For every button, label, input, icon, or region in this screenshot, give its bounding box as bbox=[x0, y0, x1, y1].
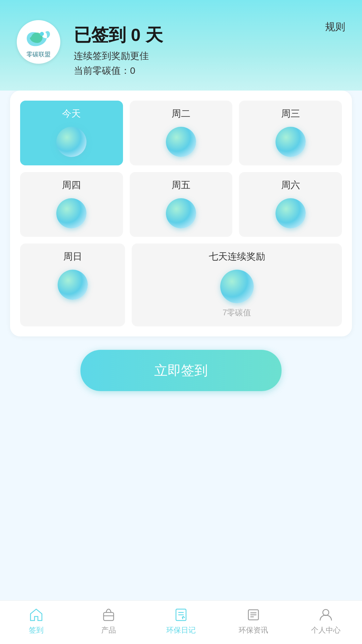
nav-label-profile: 个人中心 bbox=[311, 625, 341, 635]
nav-label-diary: 环保日记 bbox=[166, 625, 196, 635]
header: 零碳联盟 已签到 0 天 连续签到奖励更佳 当前零碳值：0 规则 bbox=[0, 0, 362, 91]
logo: 零碳联盟 bbox=[17, 20, 60, 64]
nav-label-checkin: 签到 bbox=[29, 625, 44, 635]
main-content: 今天 周二 周三 周四 周五 周六 bbox=[0, 91, 362, 600]
svg-point-11 bbox=[323, 609, 329, 615]
day-cell-fri[interactable]: 周五 bbox=[130, 172, 233, 237]
reward-value: 7零碳值 bbox=[223, 307, 251, 318]
header-title: 已签到 0 天 bbox=[74, 23, 163, 47]
day-label-sun: 周日 bbox=[63, 250, 82, 263]
day-label-tue: 周二 bbox=[172, 107, 190, 120]
orb-fri bbox=[166, 198, 196, 228]
svg-point-0 bbox=[40, 32, 44, 36]
orb-wed bbox=[276, 127, 306, 157]
orb-reward bbox=[220, 270, 254, 303]
nav-item-diary[interactable]: 环保日记 bbox=[145, 606, 217, 635]
nav-label-product: 产品 bbox=[101, 625, 116, 635]
day-label-thu: 周四 bbox=[62, 179, 81, 192]
rules-button[interactable]: 规则 bbox=[325, 20, 345, 34]
day-cell-reward[interactable]: 七天连续奖励 7零碳值 bbox=[132, 244, 342, 326]
svg-rect-1 bbox=[104, 612, 114, 621]
bottom-nav: 签到 产品 环保日记 bbox=[0, 600, 362, 644]
day-cell-sun[interactable]: 周日 bbox=[20, 244, 125, 326]
profile-icon bbox=[317, 606, 334, 623]
nav-item-profile[interactable]: 个人中心 bbox=[290, 606, 362, 635]
checkin-button[interactable]: 立即签到 bbox=[80, 350, 282, 391]
days-row-2: 周四 周五 周六 bbox=[20, 172, 342, 237]
orb-tue bbox=[166, 127, 196, 157]
bag-icon bbox=[100, 606, 117, 623]
diary-icon bbox=[173, 606, 189, 623]
day-cell-sat[interactable]: 周六 bbox=[239, 172, 342, 237]
nav-item-news[interactable]: 环保资讯 bbox=[217, 606, 290, 635]
day-cell-wed[interactable]: 周三 bbox=[239, 101, 342, 165]
home-icon bbox=[28, 606, 45, 623]
reward-label: 七天连续奖励 bbox=[209, 250, 265, 263]
orb-sun bbox=[58, 270, 88, 300]
day-label-today: 今天 bbox=[62, 107, 81, 120]
header-subtitle: 连续签到奖励更佳 bbox=[74, 50, 163, 62]
day-label-sat: 周六 bbox=[281, 179, 300, 192]
days-row-1: 今天 周二 周三 bbox=[20, 101, 342, 165]
day-label-fri: 周五 bbox=[172, 179, 190, 192]
days-card: 今天 周二 周三 周四 周五 周六 bbox=[10, 91, 352, 336]
days-row-3: 周日 七天连续奖励 7零碳值 bbox=[20, 244, 342, 326]
orb-thu bbox=[56, 198, 86, 228]
day-cell-tue[interactable]: 周二 bbox=[130, 101, 233, 165]
day-label-wed: 周三 bbox=[281, 107, 300, 120]
day-cell-thu[interactable]: 周四 bbox=[20, 172, 123, 237]
orb-today bbox=[56, 127, 86, 157]
nav-label-news: 环保资讯 bbox=[239, 625, 268, 635]
day-cell-today[interactable]: 今天 bbox=[20, 101, 123, 165]
nav-item-product[interactable]: 产品 bbox=[72, 606, 145, 635]
header-info: 已签到 0 天 连续签到奖励更佳 当前零碳值：0 bbox=[74, 20, 163, 77]
orb-sat bbox=[276, 198, 306, 228]
logo-text: 零碳联盟 bbox=[26, 50, 51, 58]
header-carbon: 当前零碳值：0 bbox=[74, 64, 163, 77]
news-icon bbox=[245, 606, 262, 623]
nav-item-checkin[interactable]: 签到 bbox=[0, 606, 72, 635]
